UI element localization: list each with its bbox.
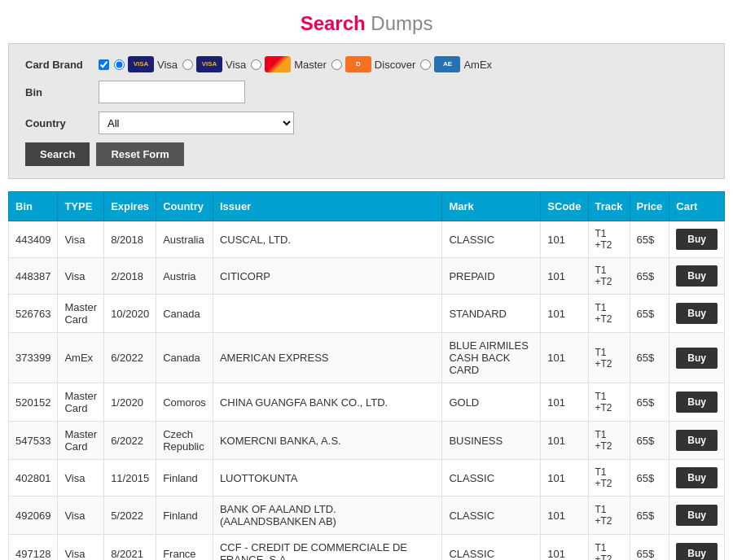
table-body: 443409Visa8/2018AustraliaCUSCAL, LTD.CLA… [9, 221, 725, 561]
card-brand-field: VISA Visa VISA Visa Master D Discover A [99, 56, 492, 72]
buy-button[interactable]: Buy [676, 430, 718, 451]
search-panel: Card Brand VISA Visa VISA Visa Master [8, 43, 725, 179]
cell-price: 65$ [630, 460, 669, 497]
cell-country: Finland [156, 460, 213, 497]
buy-button[interactable]: Buy [676, 303, 718, 324]
buy-button[interactable]: Buy [676, 348, 718, 369]
cell-mark: BUSINESS [442, 422, 541, 460]
cell-country: Czech Republic [156, 422, 213, 460]
cell-bin: 547533 [9, 422, 58, 460]
checkbox-all-input[interactable] [99, 59, 109, 70]
header-row: Bin TYPE Expires Country Issuer Mark SCo… [9, 192, 725, 221]
cell-mark: BLUE AIRMILES CASH BACK CARD [442, 333, 541, 383]
radio-discover-input[interactable] [331, 59, 342, 70]
country-select[interactable]: All Australia Austria Canada France Finl… [99, 112, 294, 134]
cell-price: 65$ [630, 422, 669, 460]
cell-scode: 101 [541, 258, 588, 295]
cell-type: Master Card [58, 422, 104, 460]
cell-bin: 373399 [9, 333, 58, 383]
amex-label: AmEx [463, 59, 492, 71]
master-label: Master [294, 59, 327, 71]
col-type: TYPE [58, 192, 104, 221]
cell-cart: Buy [669, 221, 725, 258]
radio-discover[interactable]: D Discover [331, 56, 416, 72]
cell-cart: Buy [669, 295, 725, 333]
page-title-highlight: Search [301, 12, 366, 34]
table-row: 497128Visa8/2021FranceCCF - CREDIT DE CO… [9, 535, 725, 561]
cell-issuer [213, 295, 442, 333]
col-cart: Cart [669, 192, 725, 221]
buy-button[interactable]: Buy [676, 392, 718, 413]
cell-country: Canada [156, 333, 213, 383]
cell-bin: 443409 [9, 221, 58, 258]
radio-visa1[interactable]: VISA Visa [114, 56, 178, 72]
cell-type: Visa [58, 221, 104, 258]
table-row: 448387Visa2/2018AustriaCITICORPPREPAID10… [9, 258, 725, 295]
table-row: 526763Master Card10/2020CanadaSTANDARD10… [9, 295, 725, 333]
radio-visa1-input[interactable] [114, 59, 125, 70]
buy-button[interactable]: Buy [676, 229, 718, 250]
col-country: Country [156, 192, 213, 221]
radio-master[interactable]: Master [251, 56, 327, 72]
buy-button[interactable]: Buy [676, 505, 718, 526]
cell-scode: 101 [541, 535, 588, 561]
cell-mark: CLASSIC [442, 221, 541, 258]
buy-button[interactable]: Buy [676, 265, 718, 287]
cell-mark: STANDARD [442, 295, 541, 333]
cell-type: Master Card [58, 383, 104, 422]
cell-bin: 402801 [9, 460, 58, 497]
cell-expires: 6/2022 [104, 422, 156, 460]
cell-mark: CLASSIC [442, 497, 541, 535]
cell-issuer: BANK OF AALAND LTD. (AALANDSBANKEN AB) [213, 497, 442, 535]
cell-bin: 497128 [9, 535, 58, 561]
col-expires: Expires [104, 192, 156, 221]
card-brand-row: Card Brand VISA Visa VISA Visa Master [25, 56, 708, 72]
radio-amex[interactable]: AE AmEx [420, 56, 492, 72]
search-button[interactable]: Search [25, 142, 90, 166]
col-track: Track [588, 192, 630, 221]
radio-visa2-input[interactable] [182, 59, 193, 70]
table-row: 520152Master Card1/2020ComorosCHINA GUAN… [9, 383, 725, 422]
cell-price: 65$ [630, 295, 669, 333]
cell-mark: CLASSIC [442, 460, 541, 497]
cell-cart: Buy [669, 333, 725, 383]
cell-track: T1 +T2 [588, 221, 630, 258]
cell-cart: Buy [669, 535, 725, 561]
cell-scode: 101 [541, 333, 588, 383]
cell-price: 65$ [630, 383, 669, 422]
cell-issuer: AMERICAN EXPRESS [213, 333, 442, 383]
cell-price: 65$ [630, 497, 669, 535]
cell-bin: 448387 [9, 258, 58, 295]
country-field: All Australia Austria Canada France Finl… [99, 112, 294, 134]
buy-button[interactable]: Buy [676, 543, 718, 560]
cell-expires: 1/2020 [104, 383, 156, 422]
buy-button[interactable]: Buy [676, 467, 718, 488]
radio-visa2[interactable]: VISA Visa [182, 56, 246, 72]
reset-button[interactable]: Reset Form [96, 142, 184, 166]
bin-input[interactable] [99, 81, 245, 103]
cell-bin: 526763 [9, 295, 58, 333]
cell-type: Visa [58, 535, 104, 561]
cell-type: AmEx [58, 333, 104, 383]
cell-track: T1 +T2 [588, 258, 630, 295]
table-header: Bin TYPE Expires Country Issuer Mark SCo… [9, 192, 725, 221]
table-row: 402801Visa11/2015FinlandLUOTTOKUNTACLASS… [9, 460, 725, 497]
master-icon [265, 56, 291, 72]
cell-expires: 8/2018 [104, 221, 156, 258]
checkbox-all[interactable] [99, 59, 109, 70]
radio-amex-input[interactable] [420, 59, 431, 70]
cell-type: Visa [58, 497, 104, 535]
cell-price: 65$ [630, 333, 669, 383]
cell-track: T1 +T2 [588, 497, 630, 535]
radio-master-input[interactable] [251, 59, 261, 70]
cell-scode: 101 [541, 295, 588, 333]
cell-country: France [156, 535, 213, 561]
bin-row: Bin [25, 81, 708, 103]
amex-icon: AE [434, 56, 460, 72]
col-issuer: Issuer [213, 192, 442, 221]
cell-track: T1 +T2 [588, 422, 630, 460]
cell-expires: 6/2022 [104, 333, 156, 383]
cell-mark: GOLD [442, 383, 541, 422]
cell-track: T1 +T2 [588, 535, 630, 561]
col-bin: Bin [9, 192, 58, 221]
